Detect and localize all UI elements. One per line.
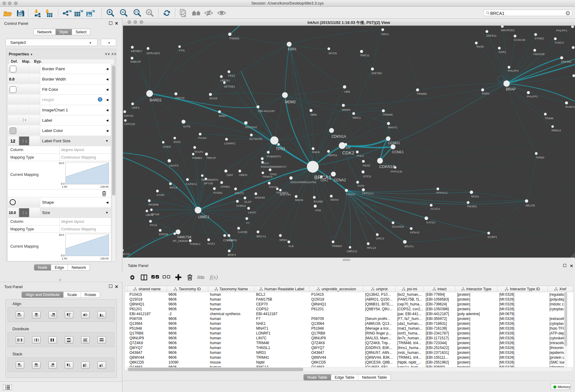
svg-text:CHD3: CHD3 <box>163 145 171 148</box>
svg-text:CPNE1: CPNE1 <box>220 185 230 188</box>
svg-text:RAD51: RAD51 <box>213 191 223 194</box>
svg-text:ZNF350: ZNF350 <box>372 71 382 75</box>
svg-text:UBE2I: UBE2I <box>239 173 247 176</box>
svg-text:ZNF382: ZNF382 <box>561 60 571 63</box>
svg-text:FAM175A: FAM175A <box>177 235 191 239</box>
svg-text:RBBP8: RBBP8 <box>227 239 236 242</box>
svg-text:ERP44: ERP44 <box>159 232 168 236</box>
svg-text:ACACA: ACACA <box>430 207 440 210</box>
svg-text:GLTSCR2: GLTSCR2 <box>249 137 262 140</box>
svg-text:PTN: PTN <box>179 49 185 52</box>
svg-text:POMGNT1: POMGNT1 <box>267 155 281 158</box>
svg-text:MYO6: MYO6 <box>329 51 337 55</box>
svg-text:ORC3: ORC3 <box>376 237 384 240</box>
svg-text:CCNE1: CCNE1 <box>392 150 404 154</box>
svg-text:SETDB1: SETDB1 <box>224 85 235 88</box>
svg-text:ZHX1: ZHX1 <box>173 140 181 143</box>
svg-text:CDKN1A: CDKN1A <box>332 134 346 139</box>
svg-text:TAF10: TAF10 <box>269 185 277 189</box>
svg-text:BRAP: BRAP <box>506 87 516 91</box>
svg-text:TRIM74: TRIM74 <box>262 175 273 178</box>
svg-text:TRRAP: TRRAP <box>206 156 216 160</box>
svg-text:CAPZA1: CAPZA1 <box>186 182 197 186</box>
svg-text:FHL2: FHL2 <box>357 154 364 157</box>
svg-text:EBI-4412187: EBI-4412187 <box>258 109 275 113</box>
svg-text:BRCA1: BRCA1 <box>314 175 332 180</box>
svg-text:NBN: NBN <box>311 113 317 116</box>
svg-text:PHLPP1: PHLPP1 <box>556 29 567 32</box>
svg-text:NAE1: NAE1 <box>208 242 215 245</box>
svg-text:XP_293026: XP_293026 <box>173 239 188 242</box>
svg-text:TAF9: TAF9 <box>357 184 364 187</box>
svg-text:LIN7C: LIN7C <box>248 211 256 214</box>
svg-text:UBE2J1: UBE2J1 <box>347 249 357 253</box>
svg-text:NUMA1: NUMA1 <box>565 105 575 108</box>
svg-text:RBM12: RBM12 <box>551 129 561 132</box>
svg-text:SYNE2: SYNE2 <box>534 37 544 40</box>
svg-text:TRIM55: TRIM55 <box>417 92 427 95</box>
svg-text:KSR1: KSR1 <box>499 50 506 54</box>
svg-text:UBE2U: UBE2U <box>220 79 230 82</box>
svg-text:ZNF521: ZNF521 <box>486 34 497 37</box>
svg-text:TRIM8: TRIM8 <box>545 117 554 120</box>
svg-text:PIK3R1: PIK3R1 <box>467 205 477 208</box>
svg-text:ENSG00000124762: ENSG00000124762 <box>290 180 316 184</box>
svg-text:F7: F7 <box>246 221 249 225</box>
svg-text:ZCCHC8: ZCCHC8 <box>392 225 404 228</box>
svg-text:TP53: TP53 <box>276 147 285 151</box>
svg-text:FBXO28: FBXO28 <box>534 52 544 56</box>
svg-text:NELFB: NELFB <box>526 204 535 207</box>
svg-text:FEZ1: FEZ1 <box>228 74 235 77</box>
svg-text:INO80B: INO80B <box>148 203 159 206</box>
svg-text:RFC4: RFC4 <box>170 186 177 189</box>
svg-text:BRAT1: BRAT1 <box>405 245 414 248</box>
svg-text:SUPT3H: SUPT3H <box>279 193 291 196</box>
svg-text:CEP126: CEP126 <box>124 122 135 126</box>
svg-text:PPP1CA: PPP1CA <box>362 192 374 195</box>
svg-text:KAT5: KAT5 <box>183 125 190 128</box>
svg-text:BRIP1: BRIP1 <box>228 253 236 256</box>
svg-text:CASK: CASK <box>157 193 165 196</box>
svg-text:PPP1CC: PPP1CC <box>436 191 448 194</box>
svg-text:PIAS4: PIAS4 <box>198 136 207 140</box>
svg-text:ESR1: ESR1 <box>288 47 297 51</box>
svg-text:BRD7: BRD7 <box>219 114 226 117</box>
svg-text:IKBKAP: IKBKAP <box>131 60 141 63</box>
svg-text:MSH6: MSH6 <box>295 198 303 202</box>
svg-text:PEX5: PEX5 <box>363 164 370 167</box>
svg-text:CDKN1B: CDKN1B <box>379 164 395 169</box>
svg-text:CDK2: CDK2 <box>342 150 354 155</box>
svg-text:BARD1: BARD1 <box>150 98 162 102</box>
svg-text:PSMD2: PSMD2 <box>230 37 240 40</box>
svg-text:KBTBD7: KBTBD7 <box>131 49 142 53</box>
svg-text:GFI1B: GFI1B <box>151 212 159 216</box>
svg-text:BRCA1: BRCA1 <box>256 235 266 238</box>
svg-text:TFAP4: TFAP4 <box>194 150 203 153</box>
svg-text:GOLGA2: GOLGA2 <box>245 125 257 129</box>
svg-text:CCDC30: CCDC30 <box>514 38 525 41</box>
svg-text:THNSL1: THNSL1 <box>190 242 200 245</box>
svg-text:BCL2: BCL2 <box>262 161 269 165</box>
svg-text:TRIM24: TRIM24 <box>332 244 342 248</box>
svg-text:RAD50: RAD50 <box>314 200 323 203</box>
svg-text:RNF8: RNF8 <box>312 150 320 154</box>
svg-text:MDC1: MDC1 <box>353 116 361 119</box>
svg-text:MNAT1: MNAT1 <box>388 126 398 129</box>
svg-text:KAT2A: KAT2A <box>426 221 435 224</box>
svg-text:MSH2: MSH2 <box>331 198 339 201</box>
svg-text:KPNA2: KPNA2 <box>410 231 419 234</box>
svg-text:BRCC3: BRCC3 <box>123 252 130 255</box>
svg-text:BAG5: BAG5 <box>210 97 217 100</box>
svg-text:ATM: ATM <box>315 209 321 212</box>
svg-text:GPRASP2: GPRASP2 <box>147 51 160 55</box>
svg-text:Ncbp2: Ncbp2 <box>536 156 544 159</box>
svg-text:H2AFX: H2AFX <box>169 164 179 167</box>
svg-text:Tp53: Tp53 <box>226 173 233 176</box>
svg-text:GTF2I: GTF2I <box>363 175 371 178</box>
svg-text:PSMB3: PSMB3 <box>192 156 202 160</box>
svg-text:CAPZB: CAPZB <box>238 230 247 234</box>
svg-text:NCBP1: NCBP1 <box>487 235 497 239</box>
svg-text:KRT40: KRT40 <box>124 114 133 117</box>
svg-text:DPY30: DPY30 <box>204 182 213 185</box>
svg-text:MDM2: MDM2 <box>285 100 296 104</box>
